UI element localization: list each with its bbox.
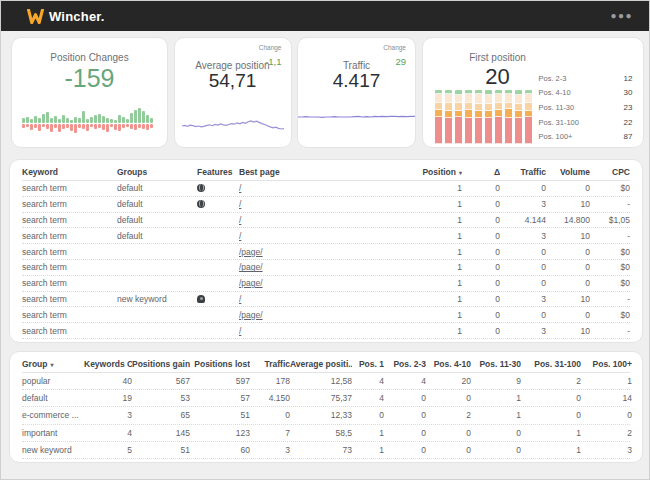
col-header-cpc[interactable]: CPC	[590, 167, 630, 177]
table-row[interactable]: search termdefault/104.14414.800$1,05	[22, 213, 630, 229]
best-page-link[interactable]: /	[239, 326, 241, 336]
cell: 567	[132, 376, 190, 386]
table-row[interactable]: search termdefault/10310-	[22, 228, 630, 244]
col-header-group[interactable]: Group▾	[22, 359, 84, 369]
cell	[197, 295, 239, 303]
best-page-link[interactable]: /	[239, 294, 241, 304]
col-header-volume[interactable]: Volume	[546, 167, 590, 177]
table-row[interactable]: search termdefault/10310-	[22, 197, 630, 213]
cell: 0	[462, 247, 500, 257]
table-row[interactable]: search term/page/1000$0	[22, 276, 630, 292]
cell: 1	[407, 199, 462, 209]
col-header-best-page[interactable]: Best page	[239, 167, 407, 177]
legend-value: 87	[624, 132, 633, 141]
table-row[interactable]: search term/10310-	[22, 323, 630, 339]
col-header-keywords-count[interactable]: Keywords Cou...	[84, 359, 132, 369]
bar-pair	[30, 100, 33, 138]
bar-pair	[102, 100, 105, 138]
cell: /	[239, 294, 407, 304]
col-header-pos-1[interactable]: Pos. 1	[352, 359, 384, 369]
cell: 1	[471, 410, 521, 420]
col-header-keyword[interactable]: Keyword	[22, 167, 117, 177]
table-row[interactable]: search termnew keyword/10310-	[22, 292, 630, 308]
table-row[interactable]: search term/page/1000$0	[22, 260, 630, 276]
table-row[interactable]: search term/page/1000$0	[22, 307, 630, 323]
cell: 0	[546, 310, 590, 320]
cell: 0	[462, 199, 500, 209]
col-header-pos-4-10[interactable]: Pos. 4-10	[426, 359, 471, 369]
cell: $1,05	[590, 215, 630, 225]
cell: 0	[462, 231, 500, 241]
cell: 0	[426, 393, 471, 403]
cell: 1	[352, 445, 384, 455]
col-header-pos-100[interactable]: Pos. 100+	[581, 359, 632, 369]
table-row[interactable]: popular4056759717812,584420921	[22, 373, 630, 390]
best-page-link[interactable]: /page/	[239, 310, 263, 320]
table-row[interactable]: important4145123758,5100012	[22, 425, 630, 442]
col-header-average-position[interactable]: Average positi...	[290, 359, 352, 369]
bar-pair	[142, 100, 145, 138]
bar-pair	[70, 100, 73, 138]
more-options-icon[interactable]: ●●●	[610, 11, 633, 21]
cell: $0	[590, 278, 630, 288]
cell: 10	[546, 231, 590, 241]
col-header-delta[interactable]: Δ	[462, 167, 500, 177]
table-row[interactable]: new keyword55160373100013	[22, 442, 630, 459]
table-row[interactable]: search termdefault/1000$0	[22, 181, 630, 197]
bar-pair	[106, 100, 109, 138]
col-header-traffic[interactable]: Traffic	[250, 359, 290, 369]
cell: 3	[250, 445, 290, 455]
cell: 1	[407, 326, 462, 336]
cell: 3	[500, 326, 546, 336]
col-header-pos-31-100[interactable]: Pos. 31-100	[521, 359, 581, 369]
best-page-link[interactable]: /	[239, 231, 241, 241]
table-row[interactable]: search term/page/1000$0	[22, 244, 630, 260]
col-header-groups[interactable]: Groups	[117, 167, 197, 177]
wincher-w-icon	[27, 9, 44, 24]
col-header-pos-11-30[interactable]: Pos. 11-30	[471, 359, 521, 369]
change-label: Change	[259, 44, 282, 51]
cell: 3	[581, 445, 632, 455]
bar-pair	[98, 100, 101, 138]
table-row[interactable]: e-commerce ...36551012,33002100	[22, 407, 630, 424]
cell: 12,58	[290, 376, 352, 386]
cell: 53	[132, 393, 190, 403]
best-page-link[interactable]: /page/	[239, 278, 263, 288]
col-header-pos-2-3[interactable]: Pos. 2-3	[384, 359, 426, 369]
col-header-positions-lost[interactable]: Positions lost	[190, 359, 250, 369]
cell: /	[239, 231, 407, 241]
cell: 0	[462, 326, 500, 336]
first-position-legend: Pos. 2-312Pos. 4-1030Pos. 11-3023Pos. 31…	[539, 71, 633, 144]
legend-label: Pos. 11-30	[539, 103, 575, 112]
cell: 2	[521, 376, 581, 386]
col-header-position[interactable]: Position▾	[407, 167, 462, 177]
keyword-table-header: Keyword Groups Features Best page Positi…	[22, 164, 630, 181]
brand-text: Wincher.	[49, 9, 105, 24]
bar-pair	[58, 100, 61, 138]
col-header-features[interactable]: Features	[197, 167, 239, 177]
table-row[interactable]: default1953574.15075,374001014	[22, 390, 630, 407]
cell: 0	[384, 393, 426, 403]
cell: 1	[352, 428, 384, 438]
cell: 0	[500, 183, 546, 193]
bar-pair	[150, 100, 153, 138]
cell: 10	[546, 326, 590, 336]
cell: /	[239, 199, 407, 209]
cell: 1	[407, 231, 462, 241]
best-page-link[interactable]: /page/	[239, 262, 263, 272]
stacked-bar	[435, 90, 442, 144]
stacked-bar	[495, 90, 502, 144]
col-header-traffic[interactable]: Traffic	[500, 167, 546, 177]
best-page-link[interactable]: /	[239, 199, 241, 209]
stacked-bar	[505, 90, 512, 144]
best-page-link[interactable]: /	[239, 215, 241, 225]
stacked-bar	[475, 90, 482, 144]
best-page-link[interactable]: /page/	[239, 247, 263, 257]
best-page-link[interactable]: /	[239, 183, 241, 193]
group-table: Group▾ Keywords Cou... Positions gain...…	[9, 351, 643, 463]
col-header-positions-gained[interactable]: Positions gain...	[132, 359, 190, 369]
cell: /page/	[239, 247, 407, 257]
legend-label: Pos. 2-3	[539, 74, 567, 83]
cell: 75,37	[290, 393, 352, 403]
card-title: Position Changes	[12, 52, 167, 63]
